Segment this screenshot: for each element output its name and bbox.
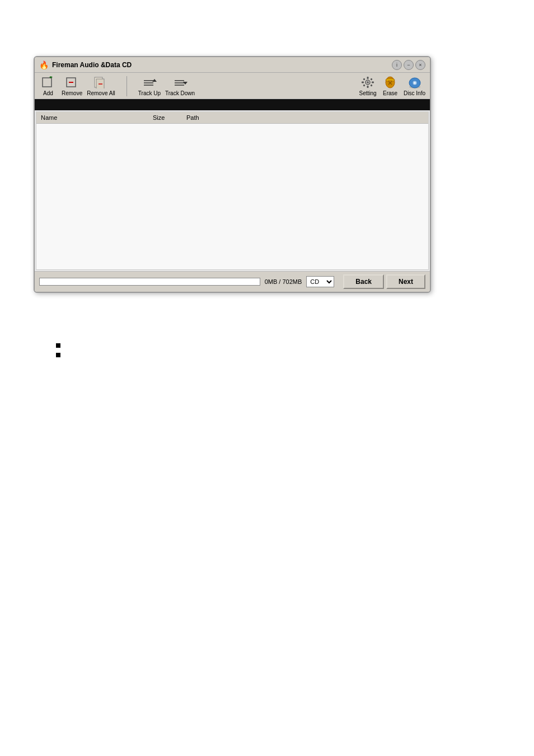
erase-button[interactable]: Erase (381, 75, 399, 96)
setting-icon (360, 75, 376, 90)
track-up-icon (142, 75, 157, 90)
nav-buttons: Back Next (343, 274, 425, 289)
add-label: Add (43, 90, 53, 96)
svg-rect-23 (363, 84, 365, 86)
col-name-header: Name (39, 113, 151, 122)
file-list: Name Size Path (36, 111, 429, 270)
minimize-icon: − (407, 62, 410, 68)
bullet-item-1 (56, 342, 65, 348)
erase-icon (382, 75, 398, 90)
svg-rect-20 (372, 82, 374, 83)
toolbar-group-files: + Add Remove (39, 75, 115, 96)
svg-rect-21 (363, 78, 365, 80)
remove-button[interactable]: Remove (62, 75, 82, 96)
close-button[interactable]: × (415, 60, 425, 70)
disc-info-button[interactable]: Disc Info (404, 75, 425, 96)
app-window: 🔥 Fireman Audio &Data CD i − × (34, 56, 431, 293)
col-size-header: Size (151, 113, 184, 122)
toolbar: + Add Remove (35, 73, 430, 99)
disc-type-select[interactable]: CD DVD (306, 276, 334, 287)
info-button[interactable]: i (392, 60, 402, 70)
next-button[interactable]: Next (386, 274, 425, 289)
track-down-button[interactable]: Track Down (165, 75, 195, 96)
app-icon: 🔥 (39, 60, 49, 69)
svg-rect-24 (370, 84, 372, 86)
remove-all-label: Remove All (87, 90, 115, 96)
track-down-icon (172, 75, 188, 90)
remove-icon (64, 75, 80, 90)
track-up-label: Track Up (138, 90, 161, 96)
add-icon: + (40, 75, 56, 90)
window-controls: i − × (392, 60, 425, 70)
toolbar-group-tracks: Track Up Track Down (138, 75, 195, 96)
info-icon: i (396, 62, 397, 68)
svg-point-33 (414, 82, 415, 84)
toolbar-group-right: Setting Erase (359, 75, 425, 96)
svg-rect-22 (370, 78, 372, 80)
svg-text:+: + (49, 76, 53, 80)
remove-all-icon (93, 75, 109, 90)
track-up-button[interactable]: Track Up (138, 75, 161, 96)
erase-label: Erase (383, 90, 397, 96)
title-bar-left: 🔥 Fireman Audio &Data CD (39, 60, 132, 69)
svg-rect-18 (367, 86, 369, 88)
remove-all-button[interactable]: Remove All (87, 75, 115, 96)
svg-point-16 (367, 81, 369, 83)
page-container: 🔥 Fireman Audio &Data CD i − × (0, 0, 534, 756)
bullet-square-1 (56, 343, 60, 348)
setting-label: Setting (359, 90, 377, 96)
svg-rect-19 (362, 82, 364, 83)
back-button[interactable]: Back (343, 274, 384, 289)
svg-rect-17 (367, 77, 369, 79)
disc-info-icon (407, 75, 423, 90)
bullet-item-2 (56, 351, 65, 357)
disc-info-label: Disc Info (404, 90, 425, 96)
minimize-button[interactable]: − (404, 60, 414, 70)
remove-label: Remove (62, 90, 82, 96)
file-list-body (36, 124, 428, 269)
add-button[interactable]: + Add (39, 75, 57, 96)
progress-bar (39, 278, 260, 286)
setting-button[interactable]: Setting (359, 75, 377, 96)
header-bar (35, 99, 430, 110)
col-path-header: Path (184, 113, 426, 122)
capacity-text: 0MB / 702MB (265, 278, 302, 285)
file-list-header: Name Size Path (36, 112, 428, 124)
bottom-bar: 0MB / 702MB CD DVD Back Next (35, 271, 430, 292)
close-icon: × (419, 62, 421, 68)
app-title: Fireman Audio &Data CD (52, 61, 132, 69)
title-bar: 🔥 Fireman Audio &Data CD i − × (35, 57, 430, 73)
bullet-square-2 (56, 353, 60, 357)
bullet-list (56, 342, 65, 361)
track-down-label: Track Down (165, 90, 195, 96)
separator-1 (127, 76, 127, 96)
